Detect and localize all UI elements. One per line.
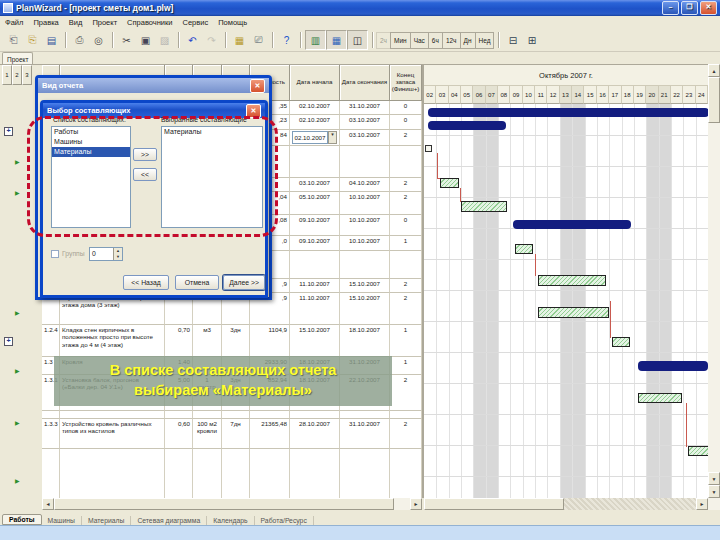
- date-edit-input[interactable]: 02.10.2007: [292, 131, 328, 144]
- collapse-all-icon[interactable]: ⊟: [503, 31, 522, 49]
- expand-all-icon[interactable]: ⊞: [522, 31, 541, 49]
- gantt-gridline-v: [696, 104, 697, 500]
- menu-item[interactable]: Вид: [64, 18, 88, 27]
- view-tab[interactable]: Машины: [42, 516, 82, 525]
- task-arrow-icon: ▶: [15, 309, 20, 316]
- table-scroll-left-button[interactable]: ◄: [42, 498, 54, 510]
- view-tab[interactable]: Работы: [2, 514, 42, 525]
- print-preview-icon[interactable]: ◎: [89, 31, 108, 49]
- table-row[interactable]: 1.3.3Устройство кровель различных типов …: [42, 419, 422, 449]
- properties-icon[interactable]: ⎚: [249, 31, 268, 49]
- copy-icon[interactable]: ▣: [136, 31, 155, 49]
- menu-item[interactable]: Правка: [28, 18, 63, 27]
- spinner-arrows[interactable]: ▲▼: [113, 248, 122, 260]
- gantt-bar-task[interactable]: [638, 393, 682, 403]
- view-gantt-icon[interactable]: ◫: [347, 30, 368, 50]
- task-arrow-icon: ▶: [15, 189, 20, 196]
- gantt-bar-milestone[interactable]: [425, 145, 432, 152]
- gantt-bar-summary[interactable]: [428, 121, 506, 130]
- gantt-bar-task[interactable]: [515, 244, 533, 254]
- save-icon[interactable]: ▤: [42, 31, 61, 49]
- expand-node-icon[interactable]: +: [4, 127, 13, 136]
- menu-item[interactable]: Проект: [87, 18, 122, 27]
- gantt-bar-summary[interactable]: [638, 361, 708, 371]
- cell-start: 09.10.2007: [290, 215, 340, 236]
- table-row[interactable]: 1.2.4Кладка стен кирпичных в положенных …: [42, 325, 422, 357]
- back-button[interactable]: << Назад: [123, 275, 169, 290]
- scroll-down-button[interactable]: ▼: [708, 472, 720, 485]
- scroll-down-button-2[interactable]: ▼: [708, 485, 720, 498]
- spinner-down-icon[interactable]: ▼: [114, 254, 122, 260]
- gantt-bar-task[interactable]: [688, 446, 708, 456]
- table-scroll-right-button[interactable]: ►: [410, 498, 422, 510]
- cell-end: [340, 146, 390, 178]
- cancel-button[interactable]: Отмена: [175, 275, 219, 290]
- scale-12h-button[interactable]: 12ч: [442, 32, 461, 49]
- gantt-bar-task[interactable]: [461, 201, 507, 212]
- cell-start: 09.10.2007: [290, 236, 340, 251]
- gantt-gridline-h: [424, 414, 708, 415]
- gantt-bar-summary[interactable]: [513, 220, 631, 229]
- next-button[interactable]: Далее >>: [223, 275, 265, 290]
- scale-6h-button[interactable]: 6ч: [428, 32, 443, 49]
- view-tab[interactable]: Календарь: [207, 516, 254, 525]
- column-header[interactable]: Конец запаса (Финиш+): [390, 65, 422, 101]
- scroll-up-button[interactable]: ▲: [708, 64, 720, 77]
- insert-task-icon[interactable]: ▦: [230, 31, 249, 49]
- gantt-bar-task[interactable]: [440, 178, 459, 188]
- gantt-bar-summary[interactable]: [428, 108, 708, 117]
- close-button[interactable]: ✕: [700, 1, 717, 15]
- scale-min-button[interactable]: Мин: [390, 32, 411, 49]
- menu-item[interactable]: Справочники: [122, 18, 177, 27]
- gantt-day-header: 14: [572, 86, 584, 104]
- cut-icon[interactable]: ✂: [117, 31, 136, 49]
- column-header[interactable]: Дата начала: [290, 65, 340, 101]
- view-tab[interactable]: Работа/Ресурс: [255, 516, 314, 525]
- report-type-dialog-titlebar[interactable]: Вид отчета ✕: [38, 78, 269, 93]
- cell-slack: 2: [390, 279, 422, 293]
- menu-item[interactable]: Сервис: [178, 18, 214, 27]
- gantt-hscrollbar-thumb[interactable]: [424, 498, 564, 510]
- view-tab[interactable]: Сетевая диаграмма: [131, 516, 207, 525]
- restore-button[interactable]: ❐: [681, 1, 698, 15]
- view-tab[interactable]: Материалы: [82, 516, 131, 525]
- scale-day-button[interactable]: Дн: [460, 32, 476, 49]
- expand-node-icon[interactable]: +: [4, 337, 13, 346]
- undo-icon[interactable]: ↶: [183, 31, 202, 49]
- menu-item[interactable]: Файл: [0, 18, 28, 27]
- gantt-gridline-v: [510, 104, 511, 500]
- report-type-dialog-close-icon[interactable]: ✕: [250, 79, 265, 93]
- print-icon[interactable]: ⎙: [70, 31, 89, 49]
- gantt-scroll-right-button[interactable]: ►: [696, 498, 708, 510]
- scale-week-button[interactable]: Нед: [475, 32, 495, 49]
- vertical-scrollbar-track[interactable]: [708, 77, 720, 472]
- redo-icon[interactable]: ↷: [202, 31, 221, 49]
- table-hscrollbar-thumb[interactable]: [54, 498, 394, 510]
- scale-2h-button[interactable]: 2ч: [376, 32, 391, 49]
- gantt-day-header: 02: [424, 86, 436, 104]
- new-icon[interactable]: ⎗: [4, 31, 23, 49]
- table-row[interactable]: [42, 449, 422, 498]
- gantt-bar-task[interactable]: [538, 275, 606, 286]
- gantt-bar-task[interactable]: [612, 337, 630, 347]
- column-header[interactable]: Дата окончания: [340, 65, 390, 101]
- vertical-scrollbar-thumb[interactable]: [708, 77, 720, 123]
- group-level-spinner[interactable]: 0 ▲▼: [89, 247, 123, 261]
- menu-item[interactable]: Помощь: [213, 18, 252, 27]
- cell-slack: 2: [390, 293, 422, 325]
- cell-vol: 0,60: [165, 419, 193, 449]
- date-edit-spinner-icon[interactable]: ▾: [328, 131, 337, 144]
- scale-hour-button[interactable]: Час: [410, 32, 429, 49]
- minimize-button[interactable]: –: [662, 1, 679, 15]
- view-tabs-bar: РаботыМашиныМатериалыСетевая диаграммаКа…: [0, 510, 720, 525]
- cell-end: 15.10.2007: [340, 293, 390, 325]
- open-icon[interactable]: ⎘: [23, 31, 42, 49]
- help-icon[interactable]: ?: [277, 31, 296, 49]
- groups-checkbox[interactable]: [51, 250, 59, 258]
- menu-bar: ФайлПравкаВидПроектСправочникиСервисПомо…: [0, 16, 720, 29]
- view-table-icon[interactable]: ▦: [326, 30, 347, 50]
- table-row[interactable]: [42, 411, 422, 419]
- gantt-bar-task[interactable]: [538, 307, 609, 318]
- paste-icon[interactable]: ▨: [155, 31, 174, 49]
- view-diagram-icon[interactable]: ▥: [305, 30, 326, 50]
